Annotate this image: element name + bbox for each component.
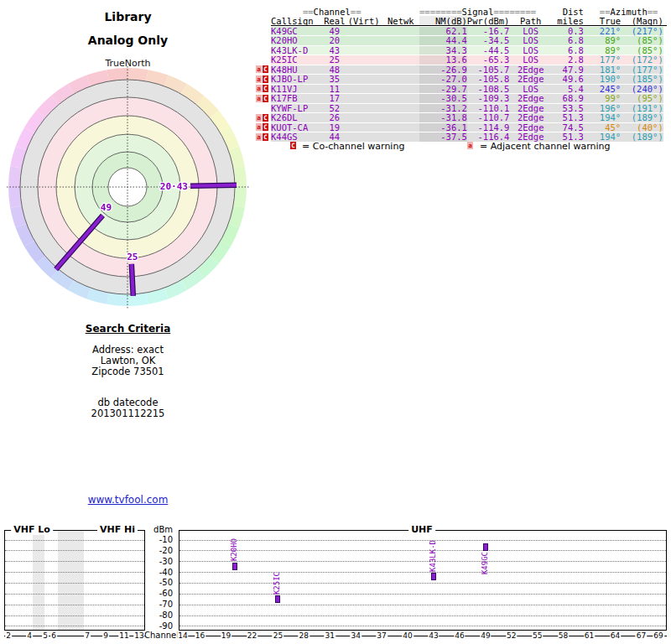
radar-plot: 20·434925 — [0, 0, 260, 319]
search-zipcode: Zipcode 73501 — [25, 366, 231, 377]
channel-tick: 58 — [558, 631, 569, 640]
spoke-channel-label: 49 — [101, 202, 112, 213]
station-row: K43LK-D4334.3-44.5LOS6.889°(85°) — [256, 45, 667, 55]
search-criteria-title: Search Criteria — [25, 324, 231, 335]
station-row: aCK48HU48-26.9-105.72Edge47.9181°(177°) — [256, 65, 667, 75]
signal-marker-label: K25IC — [273, 572, 281, 595]
dbm-tick-label: -30 — [148, 557, 173, 566]
co-channel-warning-icon: C — [263, 95, 268, 102]
band-label: VHF Lo — [11, 524, 53, 535]
gridline — [179, 594, 666, 595]
adjacent-channel-warning-icon: a — [256, 114, 262, 122]
table-header-groups: ==Channel==========Signal========Dist==A… — [271, 7, 667, 16]
station-row: aCKJBO-LP35-27.0-105.82Edge49.6190°(185°… — [256, 75, 667, 85]
azimuth-rim-sector — [233, 187, 247, 208]
band-label: VHF Hi — [97, 524, 138, 535]
channel-tick: 55 — [532, 631, 543, 640]
co-channel-warning-icon: C — [263, 85, 268, 92]
channel-axis-label: Channel — [144, 631, 178, 640]
adjacent-channel-warning-icon: a — [256, 85, 262, 92]
co-channel-warning-icon: C — [263, 133, 268, 141]
channel-tick: 43 — [428, 631, 439, 640]
signal-marker — [232, 563, 237, 570]
channel-tick: 69 — [653, 631, 663, 640]
dbm-tick-label: -80 — [148, 610, 173, 620]
gridline — [179, 626, 666, 626]
azimuth-rim-sector — [8, 187, 22, 208]
table-legend: C = Co-channel warning a = Adjacent chan… — [256, 141, 671, 153]
gridline — [5, 626, 144, 626]
channel-tick: 19 — [221, 631, 231, 640]
gridline — [179, 540, 666, 541]
azimuth-rim-sector — [107, 68, 127, 81]
station-row: KYWF-LP52-31.2-110.12Edge53.5196°(191°) — [256, 103, 667, 113]
channel-tick: 16 — [195, 631, 205, 640]
dbm-tick-label: -60 — [148, 589, 173, 598]
band-label: UHF — [408, 524, 435, 535]
channel-tick: 22 — [247, 631, 257, 640]
adjacent-channel-legend-text: = Adjacent channel warning — [480, 141, 611, 152]
gridline — [179, 572, 666, 573]
signal-marker — [483, 543, 488, 551]
signal-marker — [431, 573, 436, 580]
warning-badges: aC — [256, 85, 271, 92]
dbm-tick-label: -70 — [148, 600, 173, 609]
station-row: aCK17FB17-30.5-109.32Edge68.999°(95°) — [256, 94, 667, 104]
adjacent-channel-warning-icon: a — [256, 95, 262, 102]
dbm-tick-label: -50 — [148, 578, 173, 587]
station-row: K20HO2044.4-34.5LOS6.889°(85°) — [256, 36, 667, 46]
channel-tick: 40 — [402, 631, 413, 640]
co-channel-warning-icon: C — [263, 75, 268, 83]
table-column-headers: CallsignReal(Virt)NetwkNM(dB)Pwr(dBm)Pat… — [271, 16, 667, 26]
signal-spoke — [132, 264, 133, 296]
co-channel-warning-icon: C — [263, 114, 268, 122]
warning-badges: aC — [256, 133, 271, 141]
azimuth-rim-sector — [8, 166, 22, 187]
gridline — [179, 615, 666, 616]
signal-marker-label: K43LK-D — [429, 540, 437, 572]
station-row: aCK11VJ11-29.7-108.5LOS5.4245°(240°) — [256, 84, 667, 94]
adjacent-channel-warning-icon: a — [256, 75, 262, 83]
adjacent-channel-badge-icon: a — [467, 142, 473, 149]
channel-tick: 46 — [454, 631, 465, 640]
channel-tick: 14 — [177, 631, 188, 640]
channel-tick: 13 — [133, 631, 144, 640]
gridline — [5, 550, 144, 551]
gridline — [5, 561, 144, 562]
gridline — [179, 561, 666, 562]
dbm-tick-label: -90 — [148, 621, 173, 631]
dbm-tick-label: -40 — [148, 568, 173, 577]
co-channel-warning-icon: C — [263, 65, 268, 73]
gridline — [5, 594, 144, 595]
signal-spoke — [190, 185, 237, 186]
channel-tick: 2 — [5, 631, 12, 640]
channel-tick: 67 — [636, 631, 647, 640]
station-row: K25IC2513.6-65.3LOS2.8177°(172°) — [256, 55, 667, 65]
adjacent-channel-warning-icon: a — [256, 133, 262, 141]
gridline — [5, 605, 144, 605]
warning-badges: aC — [256, 123, 271, 131]
channel-tick: 6 — [50, 631, 57, 640]
station-table: ==Channel==========Signal========Dist==A… — [256, 7, 667, 142]
co-channel-badge-icon: C — [290, 142, 296, 149]
gridline — [179, 550, 666, 551]
channel-tick: 5 — [42, 631, 49, 640]
adjacent-channel-warning-icon: a — [256, 65, 262, 73]
signal-marker — [275, 595, 280, 603]
channel-tick: 4 — [26, 631, 33, 640]
signal-level-chart: dBm Channel -10-20-30-40-50-60-70-80-90V… — [0, 524, 671, 644]
channel-tick: 9 — [102, 631, 109, 640]
db-datecode-value: 201301112215 — [25, 408, 231, 419]
tvfool-link[interactable]: www.tvfool.com — [88, 494, 169, 506]
station-row: aCK26DL26-31.8-110.72Edge51.3194°(189°) — [256, 113, 667, 123]
gridline — [5, 572, 144, 573]
azimuth-rim-sector — [107, 293, 127, 306]
gridline — [5, 583, 144, 584]
co-channel-warning-icon: C — [263, 123, 268, 131]
station-row: K49GC4962.1-16.7LOS0.3221°(217°) — [256, 26, 667, 36]
warning-badges: aC — [256, 75, 271, 83]
channel-tick: 61 — [584, 631, 595, 640]
spoke-channel-label: 25 — [127, 252, 138, 262]
warning-badges: aC — [256, 95, 271, 102]
warning-badges: aC — [256, 114, 271, 122]
